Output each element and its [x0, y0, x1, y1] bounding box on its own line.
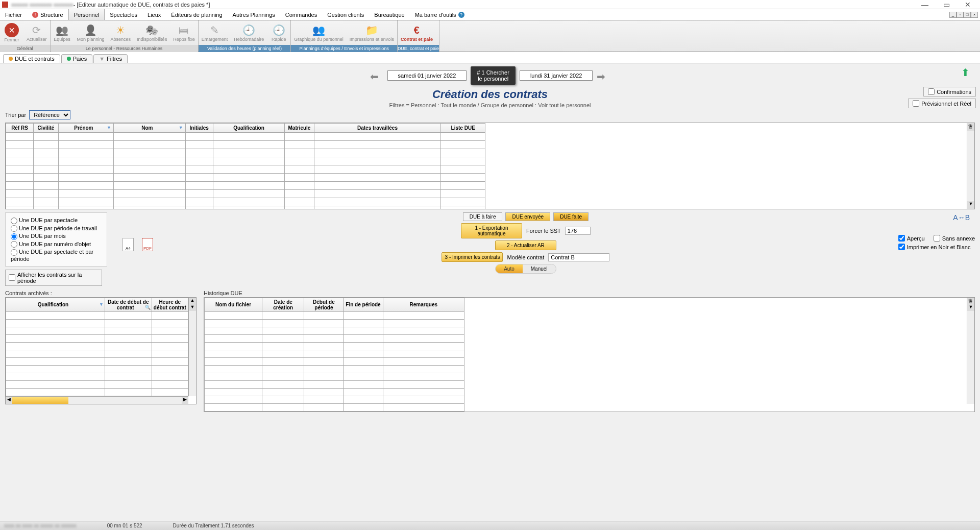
table-cell[interactable] — [34, 198, 59, 206]
table-cell[interactable] — [34, 133, 59, 141]
table-row[interactable] — [205, 357, 464, 365]
table-row[interactable] — [205, 334, 464, 342]
table-cell[interactable] — [205, 403, 262, 411]
table-cell[interactable] — [58, 149, 113, 157]
col-header[interactable]: Qualification — [213, 124, 285, 133]
table-cell[interactable] — [441, 182, 485, 190]
col-header[interactable]: Civilité — [34, 124, 59, 133]
table-cell[interactable] — [58, 174, 113, 182]
table-cell[interactable] — [262, 357, 304, 365]
table-cell[interactable] — [304, 396, 344, 403]
ribbon-impr-button[interactable]: Impressions et envois — [347, 20, 397, 45]
toggle-manual[interactable]: Manuel — [523, 264, 556, 273]
export-ab-icon[interactable]: A↔B — [953, 213, 970, 222]
col-header[interactable]: Initiales — [185, 124, 213, 133]
table-cell[interactable] — [344, 342, 383, 350]
table-cell[interactable] — [213, 165, 285, 174]
col-header[interactable]: Matricule — [285, 124, 314, 133]
table-cell[interactable] — [304, 342, 344, 350]
table-cell[interactable] — [34, 141, 59, 149]
filter-icon[interactable]: ▼ — [179, 125, 183, 130]
table-row[interactable] — [205, 319, 464, 327]
table-cell[interactable] — [441, 174, 485, 182]
table-cell[interactable] — [285, 174, 314, 182]
table-cell[interactable] — [6, 182, 34, 190]
show-contracts-checkbox[interactable]: Afficher les contrats sur la période — [5, 270, 102, 286]
table-cell[interactable] — [185, 190, 213, 198]
table-cell[interactable] — [383, 396, 464, 403]
table-cell[interactable] — [304, 334, 344, 342]
table-cell[interactable] — [113, 174, 185, 182]
table-cell[interactable] — [152, 342, 188, 350]
table-cell[interactable] — [105, 342, 152, 350]
table-cell[interactable] — [113, 133, 185, 141]
table-cell[interactable] — [441, 165, 485, 174]
table-cell[interactable] — [58, 182, 113, 190]
table-cell[interactable] — [344, 380, 383, 388]
maximize-button[interactable]: ▭ — [936, 1, 957, 9]
due-radio-option[interactable]: Une DUE par spectacle et par période — [11, 249, 102, 262]
table-cell[interactable] — [304, 319, 344, 327]
force-sst-input[interactable] — [565, 227, 591, 235]
table-cell[interactable] — [304, 327, 344, 334]
table-row[interactable] — [6, 350, 188, 357]
table-cell[interactable] — [113, 182, 185, 190]
table-cell[interactable] — [213, 182, 285, 190]
table-cell[interactable] — [441, 141, 485, 149]
menu-commandes[interactable]: Commandes — [280, 9, 322, 20]
table-cell[interactable] — [383, 327, 464, 334]
prev-period-arrow[interactable]: ⬅ — [370, 70, 383, 81]
table-cell[interactable] — [185, 149, 213, 157]
due-radio-option[interactable]: Une DUE par numéro d'objet — [11, 241, 102, 248]
table-cell[interactable] — [105, 365, 152, 373]
mdi-minimize-button[interactable]: _ — [949, 12, 957, 18]
tab-due-et-contrats[interactable]: DUE et contrats — [3, 54, 60, 63]
table-cell[interactable] — [205, 373, 262, 380]
menu-fichier[interactable]: Fichier — [0, 9, 27, 20]
table-cell[interactable] — [304, 373, 344, 380]
table-cell[interactable] — [6, 206, 34, 210]
table-row[interactable] — [205, 380, 464, 388]
noir-blanc-checkbox[interactable]: Imprimer en Noir et Blanc — [898, 244, 975, 250]
table-cell[interactable] — [304, 350, 344, 357]
table-cell[interactable] — [58, 206, 113, 210]
table-row[interactable] — [6, 182, 485, 190]
scroll-down-icon[interactable]: ▼ — [967, 201, 974, 209]
table-cell[interactable] — [383, 357, 464, 365]
table-cell[interactable] — [262, 373, 304, 380]
table-cell[interactable] — [105, 311, 152, 319]
table-cell[interactable] — [185, 157, 213, 165]
table-cell[interactable] — [58, 198, 113, 206]
table-cell[interactable] — [185, 198, 213, 206]
table-cell[interactable] — [152, 388, 188, 396]
table-cell[interactable] — [314, 165, 441, 174]
menu-bureautique[interactable]: Bureautique — [369, 9, 409, 20]
table-cell[interactable] — [285, 182, 314, 190]
table-cell[interactable] — [314, 182, 441, 190]
table-cell[interactable] — [205, 396, 262, 403]
due-radio-option[interactable]: Une DUE par spectacle — [11, 217, 102, 224]
table-cell[interactable] — [262, 396, 304, 403]
table-cell[interactable] — [205, 327, 262, 334]
table-cell[interactable] — [152, 334, 188, 342]
main-table-scrollbar[interactable]: ▲ ▼ — [967, 123, 974, 209]
table-cell[interactable] — [6, 133, 34, 141]
table-cell[interactable] — [6, 357, 105, 365]
col-header[interactable]: Dates travaillées — [314, 124, 441, 133]
table-cell[interactable] — [383, 388, 464, 396]
table-cell[interactable] — [113, 141, 185, 149]
table-row[interactable] — [6, 157, 485, 165]
table-cell[interactable] — [344, 334, 383, 342]
sort-select[interactable]: Référence — [29, 110, 70, 119]
table-row[interactable] — [6, 342, 188, 350]
table-row[interactable] — [6, 334, 188, 342]
table-cell[interactable] — [344, 327, 383, 334]
table-cell[interactable] — [34, 182, 59, 190]
table-cell[interactable] — [6, 198, 34, 206]
table-cell[interactable] — [105, 319, 152, 327]
table-cell[interactable] — [105, 388, 152, 396]
due-todo-pill[interactable]: DUE à faire — [463, 212, 503, 221]
table-cell[interactable] — [285, 190, 314, 198]
table-cell[interactable] — [304, 365, 344, 373]
ribbon-hebdo-button[interactable]: Hebdomadaire — [231, 20, 267, 45]
